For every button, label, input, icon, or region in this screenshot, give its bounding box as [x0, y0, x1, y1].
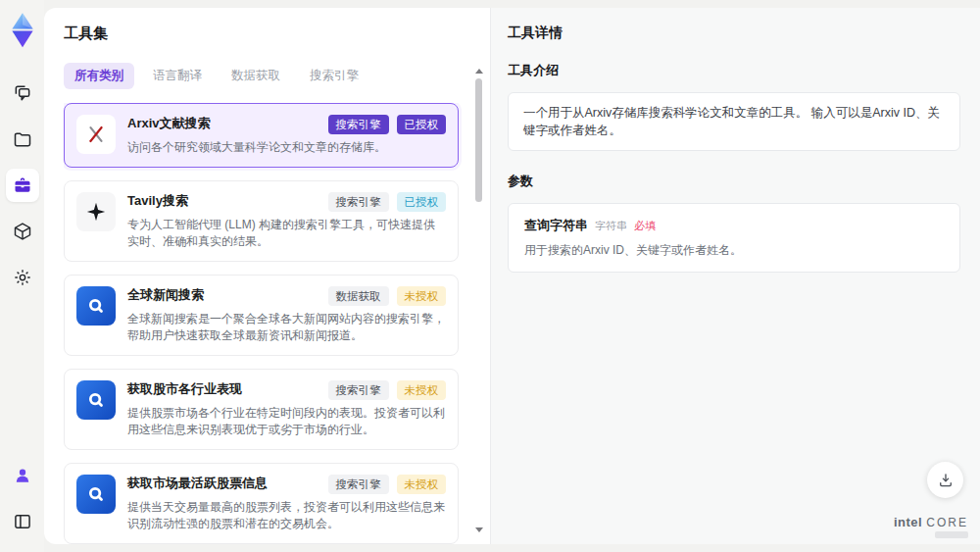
- panel-toggle-icon[interactable]: [6, 505, 39, 538]
- user-icon[interactable]: [6, 459, 39, 492]
- param-name: 查询字符串: [524, 217, 588, 234]
- brand-intel-text: intel: [894, 515, 922, 529]
- sparkle-icon: [76, 192, 116, 231]
- toolbox-icon[interactable]: [6, 169, 39, 202]
- scrollbar-thumb[interactable]: [475, 78, 482, 202]
- param-item: 查询字符串 字符串 必填 用于搜索的Arxiv ID、关键字或作者姓名。: [508, 203, 960, 273]
- tab-data-acquisition[interactable]: 数据获取: [220, 63, 291, 89]
- tool-desc: 专为人工智能代理 (LLM) 构建的搜索引擎工具，可快速提供实时、准确和真实的结…: [127, 217, 446, 250]
- chat-icon[interactable]: [6, 76, 39, 110]
- auth-badge: 未授权: [397, 380, 447, 400]
- param-desc: 用于搜索的Arxiv ID、关键字或作者姓名。: [524, 242, 944, 259]
- tool-desc: 全球新闻搜索是一个聚合全球各大新闻网站内容的搜索引擎，帮助用户快速获取全球最新资…: [127, 311, 446, 344]
- intel-core-logo: intel CORE: [894, 515, 968, 538]
- param-required-badge: 必填: [634, 219, 656, 233]
- tool-name: Arxiv文献搜索: [127, 115, 211, 132]
- param-type-badge: 字符串: [595, 219, 627, 233]
- cube-icon[interactable]: [6, 215, 39, 248]
- tool-desc: 访问各个研究领域大量科学论文和文章的存储库。: [127, 139, 446, 156]
- intro-heading: 工具介绍: [508, 62, 960, 79]
- tool-card-sector-performance[interactable]: 获取股市各行业表现 搜索引擎 未授权 提供股票市场各个行业在特定时间段内的表现。…: [64, 369, 459, 450]
- category-badge: 搜索引擎: [328, 380, 389, 400]
- app-logo-icon: [8, 12, 37, 49]
- category-badge: 搜索引擎: [328, 475, 389, 494]
- detail-title: 工具详情: [508, 25, 960, 42]
- auth-badge: 未授权: [397, 475, 447, 494]
- list-scrollbar[interactable]: [475, 69, 482, 534]
- tool-name: 全球新闻搜索: [127, 286, 204, 304]
- search-blue-icon: [76, 475, 116, 514]
- scroll-up-icon[interactable]: [475, 69, 483, 74]
- tool-detail-panel: 工具详情 工具介绍 一个用于从Arxiv存储库搜索科学论文和文章的工具。 输入可…: [490, 8, 980, 544]
- tool-card-arxiv[interactable]: Arxiv文献搜索 搜索引擎 已授权 访问各个研究领域大量科学论文和文章的存储库…: [64, 103, 459, 168]
- app-window: 工具集 所有类别 语言翻译 数据获取 搜索引擎: [0, 0, 980, 552]
- tab-search-engine[interactable]: 搜索引擎: [299, 63, 369, 89]
- folder-icon[interactable]: [6, 123, 39, 156]
- category-badge: 搜索引擎: [328, 115, 389, 134]
- toolset-panel: 工具集 所有类别 语言翻译 数据获取 搜索引擎: [44, 8, 490, 544]
- content-shell: 工具集 所有类别 语言翻译 数据获取 搜索引擎: [44, 8, 980, 544]
- auth-badge: 已授权: [397, 115, 447, 134]
- search-blue-icon: [76, 286, 116, 326]
- category-badge: 搜索引擎: [328, 192, 389, 212]
- page-title: 工具集: [64, 25, 465, 43]
- search-blue-icon: [76, 380, 116, 420]
- auth-badge: 已授权: [397, 192, 447, 212]
- tab-language-translation[interactable]: 语言翻译: [142, 63, 213, 89]
- brand-subtext-bar: [935, 531, 968, 538]
- tool-card-tavily[interactable]: Tavily搜索 搜索引擎 已授权 专为人工智能代理 (LLM) 构建的搜索引擎…: [64, 180, 459, 262]
- brand-core-text: CORE: [926, 516, 968, 529]
- left-rail: [0, 0, 44, 552]
- gear-icon[interactable]: [6, 261, 39, 294]
- tool-desc: 提供股票市场各个行业在特定时间段内的表现。投资者可以利用这些信息来识别表现优于或…: [127, 405, 446, 438]
- category-badge: 数据获取: [328, 286, 389, 306]
- tool-name: 获取股市各行业表现: [127, 380, 242, 398]
- tool-card-active-stocks[interactable]: 获取市场最活跃股票信息 搜索引擎 未授权 提供当天交易量最高的股票列表，投资者可…: [64, 463, 459, 544]
- tool-name: 获取市场最活跃股票信息: [127, 475, 268, 492]
- params-heading: 参数: [508, 173, 960, 190]
- tab-all-categories[interactable]: 所有类别: [64, 63, 134, 89]
- scroll-down-icon[interactable]: [475, 527, 483, 532]
- intro-text: 一个用于从Arxiv存储库搜索科学论文和文章的工具。 输入可以是Arxiv ID…: [508, 92, 960, 151]
- tool-list: Arxiv文献搜索 搜索引擎 已授权 访问各个研究领域大量科学论文和文章的存储库…: [64, 103, 465, 544]
- download-button[interactable]: [927, 462, 963, 498]
- download-icon: [937, 472, 955, 489]
- rail-bottom: [6, 459, 39, 552]
- tool-card-global-news[interactable]: 全球新闻搜索 数据获取 未授权 全球新闻搜索是一个聚合全球各大新闻网站内容的搜索…: [64, 275, 459, 356]
- auth-badge: 未授权: [397, 286, 447, 306]
- category-tabs: 所有类别 语言翻译 数据获取 搜索引擎: [64, 63, 465, 89]
- tool-name: Tavily搜索: [127, 192, 188, 210]
- tool-desc: 提供当天交易量最高的股票列表，投资者可以利用这些信息来识别流动性强的股票和潜在的…: [127, 499, 446, 532]
- arxiv-x-icon: [76, 115, 116, 154]
